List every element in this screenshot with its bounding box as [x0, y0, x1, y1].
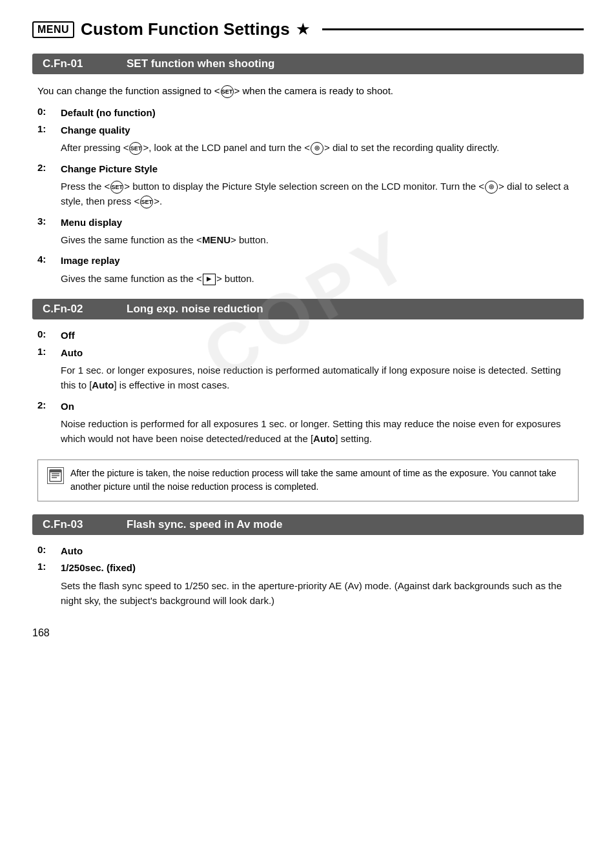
- cfn02-item-num-0: 0:: [37, 328, 61, 339]
- menu-text-3: MENU: [202, 234, 231, 245]
- section-header-cfn03: C.Fn-03 Flash sync. speed in Av mode: [32, 514, 584, 535]
- cfn02-item-2-desc: Noise reduction is performed for all exp…: [61, 416, 579, 447]
- item-label-2: Change Picture Style: [61, 162, 158, 177]
- item-num-4: 4:: [37, 254, 61, 265]
- cfn03-item-label-0: Auto: [61, 544, 83, 559]
- play-icon-4: ▶: [203, 274, 216, 285]
- dial-icon-2: ◎: [485, 181, 498, 194]
- cfn02-note-text: After the picture is taken, the noise re…: [70, 467, 569, 494]
- cfn03-item-1-desc: Sets the flash sync speed to 1/250 sec. …: [61, 578, 579, 609]
- section-content-cfn03: 0: Auto 1: 1/250sec. (fixed) Sets the fl…: [32, 544, 584, 609]
- section-header-cfn01: C.Fn-01 SET function when shooting: [32, 54, 584, 74]
- section-title-cfn02: Long exp. noise reduction: [127, 303, 263, 316]
- set-icon-2b: SET: [140, 196, 153, 208]
- item-num-3: 3:: [37, 216, 61, 227]
- item-label-3: Menu display: [61, 216, 122, 230]
- cfn01-item-1-desc: After pressing <SET>, look at the LCD pa…: [61, 140, 579, 155]
- cfn02-item-label-0: Off: [61, 328, 75, 343]
- cfn02-item-label-1: Auto: [61, 346, 83, 361]
- page-title-area: MENU Custom Function Settings ★: [32, 19, 584, 39]
- cfn02-item-1-desc: For 1 sec. or longer exposures, noise re…: [61, 363, 579, 393]
- cfn01-item-0: 0: Default (no function): [37, 106, 579, 121]
- cfn01-item-2-desc: Press the <SET> button to display the Pi…: [61, 179, 579, 209]
- set-icon-1a: SET: [129, 142, 142, 155]
- cfn02-item-num-2: 2:: [37, 399, 61, 410]
- set-icon-intro: SET: [221, 85, 234, 98]
- svg-rect-4: [50, 470, 61, 472]
- cfn03-item-1: 1: 1/250sec. (fixed): [37, 561, 579, 576]
- section-title-cfn01: SET function when shooting: [127, 57, 274, 70]
- cfn01-item-1: 1: Change quality: [37, 123, 579, 138]
- cfn01-item-3-desc: Gives the same function as the <MENU> bu…: [61, 232, 579, 247]
- page-title: Custom Function Settings: [81, 19, 290, 39]
- cfn02-item-0: 0: Off: [37, 328, 579, 343]
- cfn03-item-num-0: 0:: [37, 544, 61, 555]
- page-number: 168: [32, 627, 584, 639]
- item-num-1: 1:: [37, 123, 61, 134]
- item-label-4: Image replay: [61, 254, 120, 268]
- cfn03-item-num-1: 1:: [37, 561, 61, 572]
- note-icon: [47, 467, 64, 484]
- dial-icon-1: ◎: [311, 142, 323, 155]
- cfn03-item-0: 0: Auto: [37, 544, 579, 559]
- section-code-cfn03: C.Fn-03: [43, 518, 101, 531]
- cfn02-item-1: 1: Auto: [37, 346, 579, 361]
- page-title-star: ★: [296, 21, 309, 38]
- cfn01-item-2: 2: Change Picture Style: [37, 162, 579, 177]
- cfn01-item-4-desc: Gives the same function as the <▶> butto…: [61, 271, 579, 286]
- section-content-cfn02: 0: Off 1: Auto For 1 sec. or longer expo…: [32, 328, 584, 447]
- section-content-cfn01: You can change the function assigned to …: [32, 83, 584, 286]
- menu-badge: MENU: [32, 21, 74, 38]
- cfn02-item-num-1: 1:: [37, 346, 61, 357]
- cfn01-item-4: 4: Image replay: [37, 254, 579, 268]
- section-code-cfn01: C.Fn-01: [43, 57, 101, 70]
- cfn02-item-label-2: On: [61, 399, 74, 414]
- item-num-0: 0:: [37, 106, 61, 117]
- title-divider: [322, 28, 584, 30]
- note-svg-icon: [48, 469, 63, 483]
- section-header-cfn02: C.Fn-02 Long exp. noise reduction: [32, 299, 584, 319]
- section-code-cfn02: C.Fn-02: [43, 303, 101, 316]
- section-title-cfn03: Flash sync. speed in Av mode: [127, 518, 283, 531]
- item-label-1: Change quality: [61, 123, 130, 138]
- set-icon-2a: SET: [110, 181, 123, 194]
- cfn02-note-box: After the picture is taken, the noise re…: [37, 459, 579, 501]
- item-num-2: 2:: [37, 162, 61, 173]
- item-label-0: Default (no function): [61, 106, 156, 121]
- cfn01-intro: You can change the function assigned to …: [37, 83, 579, 98]
- cfn03-item-label-1: 1/250sec. (fixed): [61, 561, 136, 576]
- cfn01-item-3: 3: Menu display: [37, 216, 579, 230]
- cfn02-item-2: 2: On: [37, 399, 579, 414]
